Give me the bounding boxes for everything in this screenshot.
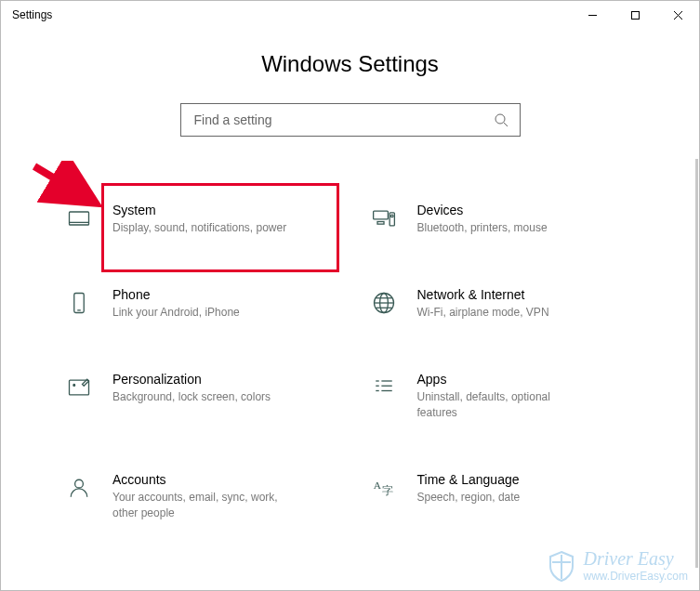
network-icon [367, 286, 401, 320]
tile-sub: Wi-Fi, airplane mode, VPN [417, 305, 549, 321]
tile-title: System [112, 202, 286, 218]
apps-icon [367, 371, 401, 404]
tile-text: Personalization Background, lock screen,… [112, 371, 271, 405]
close-icon [673, 10, 683, 20]
tile-text: Phone Link your Android, iPhone [112, 286, 240, 321]
maximize-icon [630, 10, 641, 20]
svg-rect-1 [631, 11, 639, 19]
minimize-button[interactable] [571, 1, 614, 29]
tile-text: Apps Uninstall, defaults, optional featu… [417, 371, 594, 421]
tile-sub: Your accounts, email, sync, work, other … [112, 490, 289, 521]
tile-text: Accounts Your accounts, email, sync, wor… [112, 471, 289, 521]
page-title: Windows Settings [1, 51, 699, 77]
svg-point-11 [390, 215, 393, 217]
system-icon [62, 202, 96, 235]
svg-line-5 [504, 123, 508, 126]
scrollbar-thumb[interactable] [695, 159, 698, 568]
tile-apps[interactable]: Apps Uninstall, defaults, optional featu… [362, 371, 644, 421]
tile-text: Devices Bluetooth, printers, mouse [417, 202, 548, 236]
tile-sub: Bluetooth, printers, mouse [417, 220, 548, 236]
accounts-icon [62, 471, 96, 505]
tile-text: System Display, sound, notifications, po… [112, 202, 286, 236]
watermark-brand: Driver Easy [584, 548, 674, 569]
minimize-icon [588, 10, 598, 20]
time-language-icon: A字 [367, 471, 401, 505]
tile-personalization[interactable]: Personalization Background, lock screen,… [57, 371, 339, 421]
tile-sub: Background, lock screen, colors [112, 389, 271, 405]
search-box[interactable] [180, 103, 521, 137]
tile-title: Time & Language [417, 471, 521, 488]
svg-text:字: 字 [382, 484, 393, 497]
titlebar: Settings [1, 1, 699, 29]
svg-point-20 [73, 384, 75, 386]
svg-point-27 [75, 479, 84, 488]
svg-rect-9 [377, 222, 384, 225]
tile-network[interactable]: Network & Internet Wi-Fi, airplane mode,… [362, 286, 644, 321]
settings-window: Settings Windows Settings System [0, 0, 700, 591]
tile-title: Accounts [112, 471, 289, 488]
phone-icon [62, 286, 96, 320]
tile-sub: Speech, region, date [417, 490, 521, 506]
tile-title: Network & Internet [417, 286, 549, 303]
tile-title: Apps [417, 371, 594, 387]
tile-phone[interactable]: Phone Link your Android, iPhone [57, 286, 339, 321]
tile-title: Phone [112, 286, 240, 303]
tile-title: Devices [417, 202, 548, 218]
tile-system[interactable]: System Display, sound, notifications, po… [57, 202, 339, 236]
scrollbar[interactable] [693, 159, 699, 568]
maximize-button[interactable] [614, 1, 656, 29]
tile-text: Time & Language Speech, region, date [417, 471, 521, 506]
tile-accounts[interactable]: Accounts Your accounts, email, sync, wor… [57, 471, 339, 521]
tile-sub: Uninstall, defaults, optional features [417, 389, 594, 421]
search-icon [494, 112, 508, 127]
svg-rect-19 [70, 380, 89, 395]
svg-point-4 [495, 114, 505, 124]
personalization-icon [62, 371, 96, 404]
tile-text: Network & Internet Wi-Fi, airplane mode,… [417, 286, 549, 321]
close-button[interactable] [656, 1, 699, 29]
tile-sub: Link your Android, iPhone [112, 305, 240, 321]
window-controls [571, 1, 699, 29]
tile-sub: Display, sound, notifications, power [112, 220, 286, 236]
search-container [1, 103, 699, 137]
search-input[interactable] [192, 112, 494, 128]
watermark: Driver Easy www.DriverEasy.com [545, 548, 688, 583]
app-title: Settings [1, 8, 52, 21]
tile-title: Personalization [112, 371, 271, 387]
devices-icon [367, 202, 401, 235]
svg-text:A: A [373, 479, 381, 491]
tile-devices[interactable]: Devices Bluetooth, printers, mouse [362, 202, 644, 236]
svg-rect-8 [373, 211, 388, 219]
settings-grid: System Display, sound, notifications, po… [1, 137, 699, 521]
watermark-url: www.DriverEasy.com [584, 570, 688, 583]
tile-time[interactable]: A字 Time & Language Speech, region, date [362, 471, 644, 521]
watermark-shield-icon [545, 549, 578, 583]
